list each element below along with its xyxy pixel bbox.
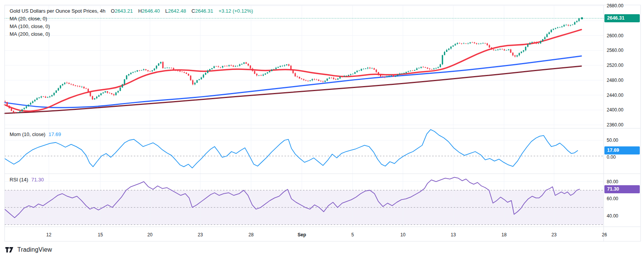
- tradingview-mark-icon: [5, 247, 15, 253]
- price-axis-label: 2480.00: [607, 78, 640, 83]
- time-axis-label: 28: [248, 232, 253, 237]
- rsi-axis-label: 60.00: [607, 196, 640, 201]
- ohlc-open: O2643.21: [111, 8, 133, 14]
- legend-rsi[interactable]: RSI (14)71.30: [10, 177, 44, 183]
- ohlc-low: L2642.48: [165, 8, 186, 14]
- symbol-header: Gold US Dollars per Ounce Spot Prices, 4…: [10, 8, 253, 14]
- time-axis-label: 5: [351, 232, 354, 237]
- momentum-badge: 17.69: [604, 146, 640, 154]
- legend-ma100[interactable]: MA (100, close, 0): [10, 23, 50, 29]
- time-axis-label: 23: [551, 232, 556, 237]
- time-axis-label: 15: [98, 232, 103, 237]
- chart-window: Gold US Dollars per Ounce Spot Prices, 4…: [0, 0, 644, 259]
- tradingview-logo-text: TradingView: [17, 246, 52, 253]
- legend-ma200[interactable]: MA (200, close, 0): [10, 31, 50, 37]
- rsi-badge: 71.30: [604, 185, 640, 193]
- rsi-axis-label: 80.00: [607, 179, 640, 184]
- ohlc-high: H2646.40: [138, 8, 160, 14]
- legend-momentum[interactable]: Mom (10, close)17.69: [10, 131, 61, 137]
- symbol-title[interactable]: Gold US Dollars per Ounce Spot Prices, 4…: [10, 8, 105, 14]
- tradingview-logo[interactable]: TradingView: [5, 246, 52, 253]
- last-price-marker: [581, 17, 583, 19]
- price-axis-label: 2440.00: [607, 93, 640, 98]
- time-axis-label: Sep: [298, 232, 306, 237]
- chart-canvas[interactable]: [0, 0, 644, 259]
- price-axis-label: 2360.00: [607, 122, 640, 128]
- price-axis-label: 2680.00: [607, 3, 640, 8]
- time-axis-label: 10: [400, 232, 405, 237]
- momentum-axis-label: 50.00: [607, 138, 640, 143]
- time-axis-label: 26: [602, 232, 607, 237]
- current-price-badge: 2646.31: [604, 14, 640, 22]
- price-axis-label: 2560.00: [607, 48, 640, 53]
- price-axis-label: 2600.00: [607, 33, 640, 38]
- ma100-line: [5, 56, 581, 108]
- ohlc-close: C2646.31: [191, 8, 213, 14]
- price-axis-label: 2520.00: [607, 63, 640, 68]
- momentum-value: 17.69: [48, 131, 61, 137]
- rsi-value: 71.30: [31, 177, 44, 183]
- time-axis-label: 23: [198, 232, 203, 237]
- momentum-axis-label: 0.00: [607, 154, 640, 160]
- legend-ma20[interactable]: MA (20, close, 0): [10, 16, 47, 22]
- time-axis-label: 13: [451, 232, 456, 237]
- candlestick-series: [4, 18, 579, 113]
- rsi-axis-label: 40.00: [607, 213, 640, 219]
- ohlc-change: +3.12 (+0.12%): [218, 8, 253, 14]
- time-axis-label: 20: [147, 232, 152, 237]
- momentum-line: [5, 130, 578, 168]
- time-axis-label: 12: [46, 232, 51, 237]
- time-axis-label: 18: [501, 232, 506, 237]
- price-axis-label: 2400.00: [607, 107, 640, 113]
